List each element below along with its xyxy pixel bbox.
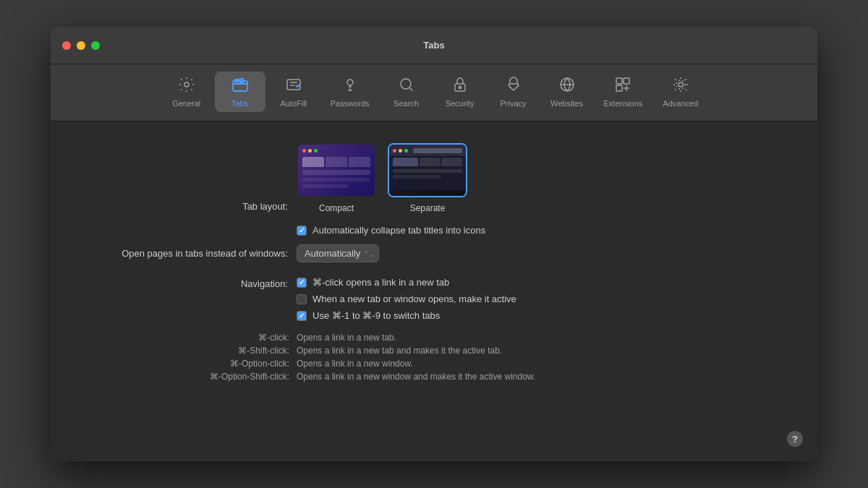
svg-point-8 — [459, 87, 461, 89]
tab-privacy-label: Privacy — [500, 99, 526, 108]
nav-label-1[interactable]: ⌘-click opens a link in a new tab — [312, 277, 449, 288]
navigation-section: Navigation: ✓ ⌘-click opens a link in a … — [80, 277, 788, 321]
svg-point-5 — [347, 80, 353, 85]
nav-checkbox-2[interactable] — [297, 294, 307, 304]
shortcut-desc-1: Opens a link in a new tab. — [297, 333, 396, 343]
maximize-button[interactable] — [91, 41, 100, 50]
compact-tab-option[interactable]: Compact — [297, 143, 376, 213]
nav-item-2: When a new tab or window opens, make it … — [297, 294, 516, 304]
separate-thumbnail[interactable] — [388, 143, 467, 197]
tab-general-label: General — [172, 99, 200, 108]
minimize-button[interactable] — [77, 41, 85, 50]
nav-label-3[interactable]: Use ⌘-1 to ⌘-9 to switch tabs — [312, 310, 440, 321]
search-icon — [398, 76, 415, 96]
passwords-icon — [341, 76, 359, 96]
nav-checkbox-1[interactable]: ✓ — [297, 278, 307, 288]
tab-search[interactable]: Search — [381, 72, 432, 112]
shortcut-row-3: ⌘-Option-click: Opens a link in a new wi… — [80, 359, 788, 369]
tabs-icon — [231, 76, 249, 96]
svg-point-13 — [678, 82, 683, 87]
shortcut-key-2: ⌘-Shift-click: — [80, 346, 297, 356]
shortcuts-section: ⌘-click: Opens a link in a new tab. ⌘-Sh… — [80, 333, 788, 382]
tab-autofill-label: AutoFill — [280, 99, 307, 108]
nav-checkmark-3: ✓ — [299, 312, 305, 320]
general-icon — [178, 76, 195, 96]
separate-tab-option[interactable]: Separate — [388, 143, 467, 213]
nav-checkmark-1: ✓ — [299, 278, 305, 286]
nav-item-1: ✓ ⌘-click opens a link in a new tab — [297, 277, 516, 288]
compact-thumbnail[interactable] — [297, 143, 376, 197]
svg-rect-10 — [616, 78, 622, 84]
nav-item-3: ✓ Use ⌘-1 to ⌘-9 to switch tabs — [297, 310, 516, 321]
close-button[interactable] — [62, 41, 71, 50]
open-pages-row: Open pages in tabs instead of windows: N… — [80, 244, 788, 262]
navigation-label: Navigation: — [80, 277, 297, 289]
svg-rect-11 — [624, 78, 629, 84]
tab-extensions-label: Extensions — [604, 99, 643, 108]
tab-extensions[interactable]: Extensions — [595, 72, 652, 112]
nav-label-2[interactable]: When a new tab or window opens, make it … — [312, 294, 516, 304]
advanced-icon — [672, 76, 689, 96]
checkmark-icon: ✓ — [299, 226, 305, 234]
extensions-icon — [614, 76, 631, 96]
shortcut-row-4: ⌘-Option-Shift-click: Opens a link in a … — [80, 372, 788, 382]
shortcut-desc-3: Opens a link in a new window. — [297, 359, 413, 369]
open-pages-select-wrapper: Never Automatically Always — [297, 244, 379, 262]
separate-label: Separate — [410, 203, 446, 213]
auto-collapse-row: ✓ Automatically collapse tab titles into… — [297, 225, 485, 236]
shortcut-desc-2: Opens a link in a new tab and makes it t… — [297, 346, 502, 356]
svg-point-14 — [676, 80, 685, 89]
tab-tabs[interactable]: Tabs — [215, 72, 265, 112]
svg-rect-2 — [234, 79, 239, 82]
titlebar: Tabs — [51, 27, 817, 64]
svg-point-0 — [184, 82, 189, 87]
tab-thumbnails: Compact — [297, 143, 485, 213]
preferences-window: Tabs General Tabs — [51, 27, 817, 461]
tab-layout-label: Tab layout: — [80, 143, 297, 212]
tab-advanced[interactable]: Advanced — [654, 72, 707, 112]
tab-search-label: Search — [393, 99, 419, 108]
window-title: Tabs — [423, 40, 444, 51]
help-button[interactable]: ? — [787, 431, 803, 447]
tab-tabs-label: Tabs — [231, 99, 248, 108]
navigation-row: Navigation: ✓ ⌘-click opens a link in a … — [80, 277, 788, 321]
nav-checkbox-3[interactable]: ✓ — [297, 311, 307, 321]
shortcut-row-2: ⌘-Shift-click: Opens a link in a new tab… — [80, 346, 788, 356]
toolbar: General Tabs Auto — [51, 64, 817, 121]
shortcut-key-3: ⌘-Option-click: — [80, 359, 297, 369]
tab-privacy[interactable]: Privacy — [488, 72, 539, 112]
shortcut-key-1: ⌘-click: — [80, 333, 297, 343]
security-icon — [451, 76, 469, 96]
tab-security-label: Security — [446, 99, 475, 108]
shortcut-desc-4: Opens a link in a new window and makes i… — [297, 372, 535, 382]
shortcut-row-1: ⌘-click: Opens a link in a new tab. — [80, 333, 788, 343]
privacy-icon — [505, 76, 522, 96]
tab-layout-section: Tab layout: — [80, 143, 788, 236]
shortcut-key-4: ⌘-Option-Shift-click: — [80, 372, 297, 382]
open-pages-select[interactable]: Never Automatically Always — [297, 244, 379, 262]
content-area: Tab layout: — [51, 121, 817, 461]
compact-label: Compact — [319, 203, 354, 213]
tab-general[interactable]: General — [161, 72, 212, 112]
nav-checkboxes: ✓ ⌘-click opens a link in a new tab When… — [297, 277, 516, 321]
websites-icon — [558, 76, 576, 96]
tab-advanced-label: Advanced — [663, 99, 698, 108]
tab-websites-label: Websites — [550, 99, 583, 108]
svg-rect-4 — [287, 80, 300, 90]
tab-websites[interactable]: Websites — [542, 72, 592, 112]
tab-passwords-label: Passwords — [331, 99, 370, 108]
auto-collapse-checkbox[interactable]: ✓ — [297, 226, 307, 236]
tab-passwords[interactable]: Passwords — [322, 72, 378, 112]
tab-options: Compact — [297, 143, 485, 236]
traffic-lights — [62, 41, 100, 50]
svg-point-6 — [401, 79, 411, 89]
svg-rect-12 — [616, 85, 622, 91]
tab-autofill[interactable]: AutoFill — [268, 72, 319, 112]
open-pages-label: Open pages in tabs instead of windows: — [80, 248, 297, 259]
tab-security[interactable]: Security — [435, 72, 485, 112]
auto-collapse-label[interactable]: Automatically collapse tab titles into i… — [312, 225, 485, 236]
autofill-icon — [285, 76, 302, 96]
